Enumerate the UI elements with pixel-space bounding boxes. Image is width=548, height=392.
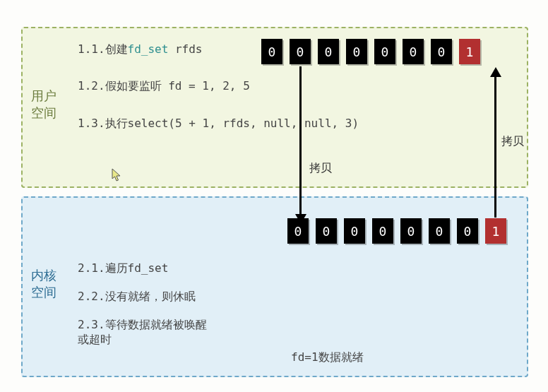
arrow-copy-down bbox=[299, 66, 302, 215]
bit-cell: 0 bbox=[457, 218, 478, 244]
bit-cell-set: 1 bbox=[459, 39, 480, 64]
arrow-copy-up-head bbox=[490, 67, 501, 77]
bit-cell: 0 bbox=[261, 39, 282, 64]
arrow-copy-up bbox=[494, 76, 496, 218]
step-1-1-ident: fd_set bbox=[128, 42, 169, 56]
bit-cell: 0 bbox=[316, 218, 337, 244]
step-1-1-prefix: 1.1.创建 bbox=[78, 42, 128, 56]
step-2-1: 2.1.遍历fd_set bbox=[78, 261, 168, 276]
bit-cell-set: 1 bbox=[485, 218, 506, 244]
bitset-user: 0 0 0 0 0 0 0 1 bbox=[261, 39, 480, 64]
bit-cell: 0 bbox=[400, 218, 422, 244]
bit-cell: 0 bbox=[429, 218, 450, 244]
bitset-kernel: 0 0 0 0 0 0 0 1 bbox=[287, 218, 506, 244]
copy-up-label: 拷贝 bbox=[501, 134, 524, 149]
step-1-2: 1.2.假如要监听 fd = 1, 2, 5 bbox=[78, 79, 250, 94]
copy-down-label: 拷贝 bbox=[309, 161, 332, 176]
bit-cell: 0 bbox=[374, 39, 395, 64]
arrow-copy-down-head bbox=[295, 214, 306, 224]
kernel-space-title: 内核 空间 bbox=[31, 267, 56, 302]
user-space-title: 用户 空间 bbox=[31, 88, 56, 122]
step-2-2: 2.2.没有就绪，则休眠 bbox=[78, 290, 196, 304]
bit-cell: 0 bbox=[290, 39, 311, 64]
ready-label: fd=1数据就绪 bbox=[291, 350, 364, 365]
bit-cell: 0 bbox=[403, 39, 424, 64]
bit-cell: 0 bbox=[346, 39, 367, 64]
bit-cell: 0 bbox=[372, 218, 393, 244]
bit-cell: 0 bbox=[318, 39, 339, 64]
step-1-3: 1.3.执行select(5 + 1, rfds, null, null, 3) bbox=[78, 117, 359, 131]
step-2-3: 2.3.等待数据就绪被唤醒 或超时 bbox=[78, 318, 207, 348]
step-1-1-suffix: rfds bbox=[168, 42, 202, 56]
bit-cell: 0 bbox=[344, 218, 365, 244]
bit-cell: 0 bbox=[431, 39, 452, 64]
step-1-1: 1.1.创建fd_set rfds bbox=[78, 42, 203, 57]
